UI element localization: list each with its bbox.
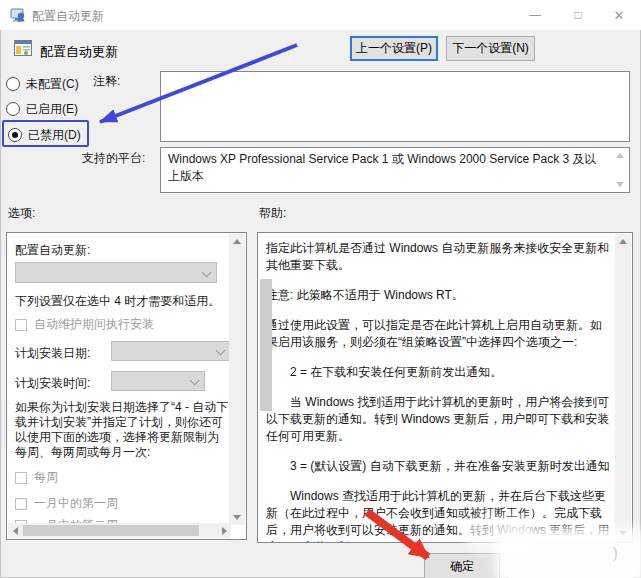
maximize-icon[interactable]: □: [556, 0, 600, 30]
maintenance-install-checkbox: 自动维护期间执行安装: [15, 316, 154, 333]
options-vertical-scrollbar[interactable]: [229, 234, 245, 525]
watermark-text: ): [613, 545, 618, 561]
first-week-checkbox: 一月中的第一周: [15, 495, 118, 512]
vertical-scroll-thumb[interactable]: [260, 279, 272, 411]
minimize-icon[interactable]: —: [513, 0, 557, 30]
radio-row-enabled[interactable]: 已启用(E): [6, 101, 78, 117]
help-paragraph: 当 Windows 找到适用于此计算机的更新时，用户将会接到可以下载更新的通知。…: [266, 394, 610, 445]
scroll-up-icon[interactable]: [619, 239, 627, 244]
help-paragraph: 指定此计算机是否通过 Windows 自动更新服务来接收安全更新和其他重要下载。: [266, 240, 610, 274]
radio-icon[interactable]: [6, 102, 20, 116]
scroll-right-icon[interactable]: [222, 527, 227, 535]
install-day-label: 计划安装日期:: [15, 345, 90, 362]
checkbox-label: 一月中的第一周: [34, 495, 118, 512]
help-vertical-scrollbar[interactable]: [615, 234, 631, 541]
setting-title: 配置自动更新: [40, 43, 118, 61]
app-window-icon: [10, 7, 26, 23]
configure-auto-update-label: 配置自动更新:: [15, 242, 90, 259]
next-setting-button[interactable]: 下一个设置(N): [446, 36, 535, 61]
close-icon[interactable]: ✕: [597, 0, 641, 30]
only-option4-note: 下列设置仅在选中 4 时才需要和适用。: [15, 293, 220, 310]
supported-on-text: Windows XP Professional Service Pack 1 或…: [168, 152, 597, 183]
options-panel: 配置自动更新: 下列设置仅在选中 4 时才需要和适用。 自动维护期间执行安装 计…: [6, 232, 247, 540]
configure-automatic-updates-dialog: 配置自动更新 — □ ✕ 配置自动更新 上一个设置(P) 下一个设置(N) 未配…: [0, 0, 641, 578]
supported-on-label: 支持的平台:: [82, 150, 145, 167]
options-horizontal-scrollbar[interactable]: [8, 523, 231, 538]
scroll-down-icon: [616, 182, 624, 187]
scroll-up-icon: [616, 153, 624, 158]
scroll-up-icon[interactable]: [233, 239, 241, 244]
help-paragraph: 2 = 在下载和安装任何更新前发出通知。: [266, 364, 610, 381]
checkbox-icon: [15, 319, 27, 331]
scroll-left-icon[interactable]: [13, 527, 18, 535]
title-bar: 配置自动更新 — □ ✕: [0, 0, 641, 30]
watermark-blob: [502, 535, 640, 578]
help-label: 帮助:: [259, 205, 286, 222]
schedule-note-text: 如果你为计划安装日期选择了“4 - 自动下载并计划安装”并指定了计划，则你还可以…: [15, 400, 229, 460]
policy-setting-icon: [14, 40, 32, 56]
chevron-down-icon: [202, 267, 212, 277]
radio-row-not-configured[interactable]: 未配置(C): [6, 76, 79, 92]
ok-button[interactable]: 确定: [424, 553, 500, 578]
radio-icon[interactable]: [6, 77, 20, 91]
checkbox-icon: [15, 498, 27, 510]
help-panel: 指定此计算机是否通过 Windows 自动更新服务来接收安全更新和其他重要下载。…: [257, 232, 633, 543]
scroll-down-icon[interactable]: [233, 515, 241, 520]
checkbox-label: 每周: [34, 469, 58, 486]
previous-setting-button[interactable]: 上一个设置(P): [350, 36, 438, 61]
help-paragraph: 3 = (默认设置) 自动下载更新，并在准备安装更新时发出通知: [266, 458, 610, 475]
supported-on-value: Windows XP Professional Service Pack 1 或…: [160, 147, 630, 193]
chevron-down-icon: [190, 376, 200, 386]
checkbox-label: 自动维护期间执行安装: [34, 316, 154, 333]
disabled-option-highlight-outline: [2, 120, 89, 147]
install-time-dropdown: [111, 371, 205, 391]
help-paragraph: 注意: 此策略不适用于 Windows RT。: [266, 287, 610, 304]
install-time-label: 计划安装时间:: [15, 375, 90, 392]
install-day-dropdown: [111, 341, 231, 361]
horizontal-scroll-thumb[interactable]: [23, 525, 199, 536]
comment-label: 注释:: [93, 73, 120, 90]
weekly-checkbox: 每周: [15, 469, 58, 486]
chevron-down-icon: [216, 346, 226, 356]
radio-label: 已启用(E): [26, 101, 78, 118]
window-title: 配置自动更新: [32, 8, 104, 25]
checkbox-icon: [15, 472, 27, 484]
comment-input[interactable]: [160, 71, 630, 142]
supported-scroll-arrows: [614, 153, 626, 187]
auto-update-mode-dropdown: [15, 262, 217, 283]
radio-label: 未配置(C): [26, 76, 79, 93]
help-paragraph: 通过使用此设置，可以指定是否在此计算机上启用自动更新。如果启用该服务，则必须在“…: [266, 317, 610, 351]
help-text: 指定此计算机是否通过 Windows 自动更新服务来接收安全更新和其他重要下载。…: [266, 240, 610, 543]
options-label: 选项:: [8, 205, 35, 222]
